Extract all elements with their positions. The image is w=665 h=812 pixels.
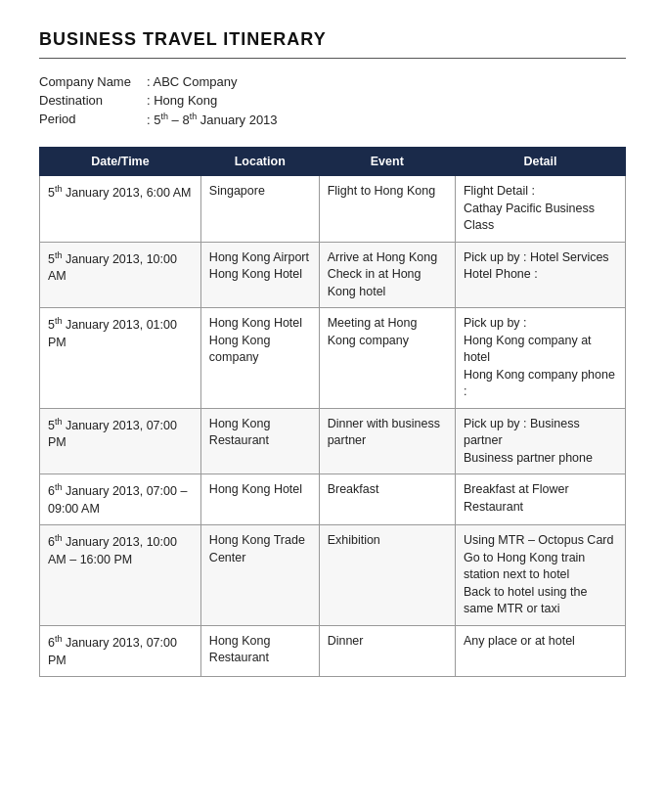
period-label: Period: [39, 110, 147, 129]
company-label: Company Name: [39, 72, 147, 91]
cell-location: Hong Kong Restaurant: [200, 625, 319, 676]
cell-event: Arrive at Hong KongCheck in at Hong Kong…: [319, 242, 455, 308]
cell-detail: Pick up by :Hong Kong company at hotelHo…: [455, 308, 625, 409]
company-value: : ABC Company: [147, 72, 284, 91]
destination-label: Destination: [39, 91, 147, 110]
title-divider: [39, 58, 626, 59]
cell-datetime: 6th January 2013, 10:00 AM – 16:00 PM: [40, 525, 201, 626]
cell-datetime: 5th January 2013, 01:00 PM: [40, 308, 201, 409]
cell-detail: Flight Detail :Cathay Pacific Business C…: [455, 176, 625, 243]
header-detail: Detail: [455, 148, 625, 176]
cell-event: Meeting at Hong Kong company: [319, 308, 455, 409]
cell-datetime: 5th January 2013, 07:00 PM: [40, 408, 201, 474]
cell-detail: Any place or at hotel: [455, 625, 625, 676]
info-table: Company Name : ABC Company Destination :…: [39, 72, 284, 129]
cell-location: Hong Kong Hotel: [200, 474, 319, 525]
cell-location: Hong Kong Trade Center: [200, 525, 319, 626]
table-header-row: Date/Time Location Event Detail: [40, 148, 626, 176]
cell-location: Hong Kong AirportHong Kong Hotel: [200, 242, 319, 308]
table-row: 6th January 2013, 07:00 PMHong Kong Rest…: [40, 625, 626, 676]
cell-datetime: 6th January 2013, 07:00 PM: [40, 625, 201, 676]
header-datetime: Date/Time: [40, 148, 201, 176]
cell-detail: Using MTR – Octopus CardGo to Hong Kong …: [455, 525, 625, 626]
page-title: BUSINESS TRAVEL ITINERARY: [39, 29, 626, 50]
cell-event: Dinner: [319, 625, 455, 676]
table-row: 5th January 2013, 01:00 PMHong Kong Hote…: [40, 308, 626, 409]
table-row: 6th January 2013, 10:00 AM – 16:00 PMHon…: [40, 525, 626, 626]
cell-event: Exhibition: [319, 525, 455, 626]
table-row: 6th January 2013, 07:00 – 09:00 AMHong K…: [40, 474, 626, 525]
cell-datetime: 5th January 2013, 6:00 AM: [40, 176, 201, 243]
cell-detail: Breakfast at Flower Restaurant: [455, 474, 625, 525]
cell-event: Dinner with business partner: [319, 408, 455, 474]
cell-event: Flight to Hong Kong: [319, 176, 455, 243]
table-row: 5th January 2013, 07:00 PMHong Kong Rest…: [40, 408, 626, 474]
cell-detail: Pick up by : Business partnerBusiness pa…: [455, 408, 625, 474]
cell-datetime: 5th January 2013, 10:00 AM: [40, 242, 201, 308]
cell-detail: Pick up by : Hotel ServicesHotel Phone :: [455, 242, 625, 308]
cell-event: Breakfast: [319, 474, 455, 525]
header-event: Event: [319, 148, 455, 176]
cell-location: Hong Kong Restaurant: [200, 408, 319, 474]
period-value: : 5th – 8th January 2013: [147, 110, 284, 129]
table-row: 5th January 2013, 10:00 AMHong Kong Airp…: [40, 242, 626, 308]
header-location: Location: [200, 148, 319, 176]
cell-location: Singapore: [200, 176, 319, 243]
table-row: 5th January 2013, 6:00 AMSingaporeFlight…: [40, 176, 626, 243]
itinerary-table: Date/Time Location Event Detail 5th Janu…: [39, 147, 626, 677]
destination-value: : Hong Kong: [147, 91, 284, 110]
cell-location: Hong Kong HotelHong Kong company: [200, 308, 319, 409]
cell-datetime: 6th January 2013, 07:00 – 09:00 AM: [40, 474, 201, 525]
